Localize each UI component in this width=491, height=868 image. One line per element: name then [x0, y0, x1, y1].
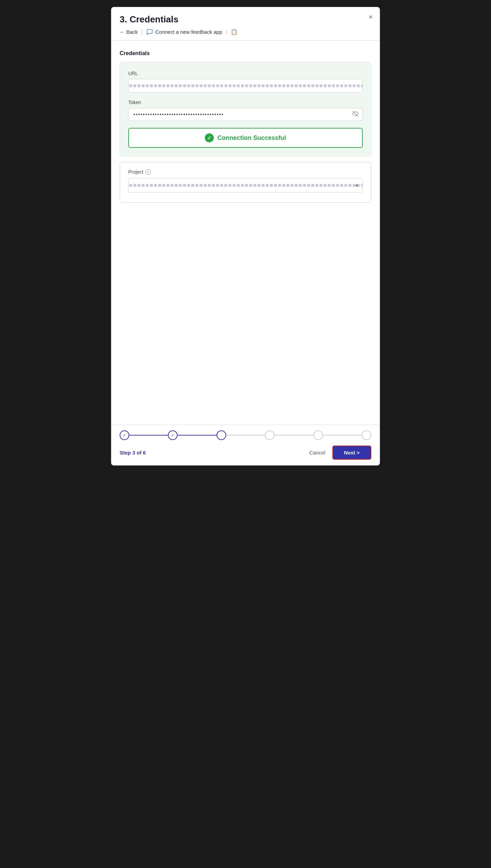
token-field-wrapper — [128, 108, 363, 121]
footer-right: Cancel Next > — [309, 446, 371, 460]
modal-nav: ← Back | Connect a new feedback app | 📋 — [120, 28, 371, 35]
credentials-card: URL Token — [120, 62, 371, 156]
close-button[interactable]: × — [369, 13, 373, 20]
token-label: Token — [128, 100, 363, 105]
body-spacer — [120, 208, 371, 415]
modal-body: Credentials URL Token — [111, 41, 380, 425]
step-2-check: ✓ — [171, 433, 174, 438]
step-line-3 — [226, 435, 265, 436]
doc-icon[interactable]: 📋 — [231, 29, 238, 35]
step-line-5 — [323, 435, 362, 436]
step-line-2 — [178, 435, 216, 436]
modal-title: 3. Credentials — [120, 14, 371, 25]
step-dot-5 — [313, 430, 323, 440]
connection-check-icon: ✓ — [205, 133, 214, 142]
app-icon — [146, 29, 153, 35]
step-dot-2: ✓ — [168, 430, 178, 440]
step-dot-4 — [265, 430, 274, 440]
step-dot-3 — [217, 430, 226, 440]
modal: 3. Credentials ← Back | Connect a new fe… — [111, 7, 380, 466]
modal-header: 3. Credentials ← Back | Connect a new fe… — [111, 7, 380, 41]
step-progress: ✓ ✓ — [120, 430, 371, 440]
project-label-row: Project i — [128, 169, 363, 175]
project-label: Project — [128, 169, 143, 175]
nav-separator-2: | — [226, 28, 228, 35]
step-1-check: ✓ — [123, 433, 126, 438]
nav-app-name: Connect a new feedback app — [146, 29, 222, 35]
info-icon[interactable]: i — [146, 169, 151, 175]
cancel-button[interactable]: Cancel — [309, 450, 325, 456]
back-button[interactable]: ← Back — [120, 29, 138, 35]
section-title: Credentials — [120, 50, 371, 57]
url-field-group: URL — [128, 71, 363, 93]
url-label: URL — [128, 71, 363, 76]
project-card: Project i ▾ — [120, 162, 371, 203]
project-dropdown[interactable] — [128, 178, 363, 193]
url-input[interactable] — [128, 79, 363, 93]
project-select: ▾ — [128, 178, 363, 193]
step-dot-6 — [362, 430, 371, 440]
modal-wrapper: 3. Credentials ← Back | Connect a new fe… — [104, 0, 387, 868]
token-field-group: Token — [128, 100, 363, 121]
footer-actions: Step 3 of 6 Cancel Next > — [120, 446, 371, 460]
step-line-4 — [274, 435, 313, 436]
connection-btn-label: Connection Successful — [217, 134, 286, 142]
modal-footer: ✓ ✓ — [111, 425, 380, 465]
eye-icon[interactable] — [352, 111, 359, 118]
connection-successful-button[interactable]: ✓ Connection Successful — [128, 128, 363, 148]
app-name-label: Connect a new feedback app — [155, 29, 222, 35]
step-line-1 — [129, 435, 168, 436]
nav-separator: | — [141, 28, 143, 35]
step-dot-1: ✓ — [120, 430, 129, 440]
token-input[interactable] — [128, 108, 363, 121]
next-button[interactable]: Next > — [332, 446, 371, 460]
step-label: Step 3 of 6 — [120, 450, 146, 456]
